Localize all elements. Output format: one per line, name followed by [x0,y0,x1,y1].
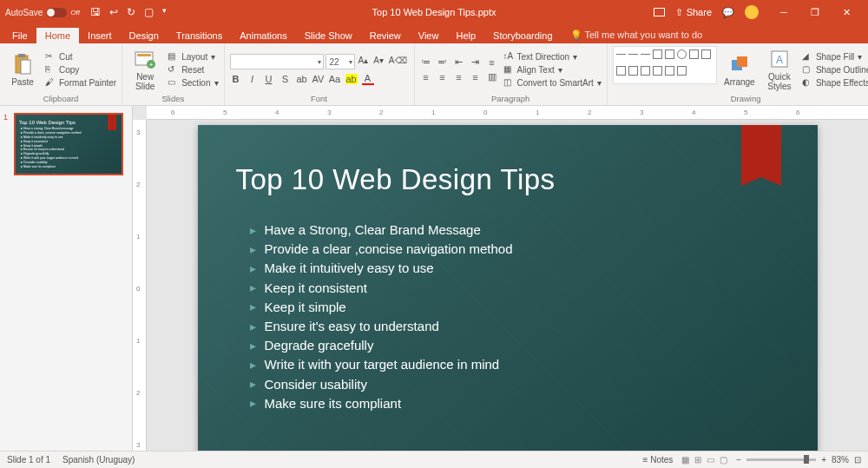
save-icon[interactable]: 🖫 [90,6,101,18]
slide-canvas[interactable]: Top 10 Web Design Tips Have a Strong, Cl… [147,120,868,451]
font-size-select[interactable]: 22 [326,54,355,69]
indent-right-icon[interactable]: ⇥ [470,56,482,68]
tab-insert[interactable]: Insert [79,28,121,43]
vertical-ruler[interactable]: 3 2 1 0 1 2 3 [133,120,147,451]
shape-fill-button[interactable]: ◢Shape Fill ▾ [802,51,868,62]
quick-styles-button[interactable]: A Quick Styles [762,46,797,93]
tab-view[interactable]: View [410,28,448,43]
tab-transitions[interactable]: Transitions [168,28,231,43]
language-indicator[interactable]: Spanish (Uruguay) [62,455,135,465]
undo-icon[interactable]: ↩ [109,6,118,18]
minimize-button[interactable]: ─ [769,0,799,24]
layout-button[interactable]: ▤Layout ▾ [168,51,218,62]
justify-icon[interactable]: ≡ [470,72,482,82]
svg-rect-8 [737,56,747,67]
slideshow-view-icon[interactable]: ▢ [720,455,727,465]
cut-button[interactable]: ✂Cut [45,51,116,62]
spacing-icon[interactable]: AV [312,74,325,84]
zoom-out-icon[interactable]: − [736,455,741,465]
horizontal-ruler[interactable]: 6 5 4 3 2 1 0 1 2 3 4 5 6 [147,106,868,120]
line-spacing-icon[interactable]: ≡ [486,57,498,68]
underline-icon[interactable]: U [263,74,275,84]
slide-title[interactable]: Top 10 Web Design Tips [198,125,818,196]
tab-home[interactable]: Home [36,28,79,43]
start-slideshow-icon[interactable]: ▢ [144,6,154,18]
redo-icon[interactable]: ↻ [127,6,135,18]
list-item[interactable]: Keep it simple [250,298,818,317]
reset-button[interactable]: ↺Reset [168,64,218,75]
clear-format-icon[interactable]: A⌫ [387,54,409,69]
account-icon[interactable] [745,5,759,19]
list-item[interactable]: Ensure it's easy to understand [250,317,818,336]
sorter-view-icon[interactable]: ⊞ [694,455,701,465]
paste-button[interactable]: Paste [5,46,40,93]
shadow-icon[interactable]: ab [296,74,308,84]
tab-review[interactable]: Review [361,28,410,43]
convert-smartart-button[interactable]: ◫Convert to SmartArt ▾ [503,77,602,88]
strikethrough-icon[interactable]: S [279,74,292,84]
bold-icon[interactable]: B [230,74,242,84]
indent-left-icon[interactable]: ⇤ [453,56,465,68]
text-direction-button[interactable]: ↕AText Direction ▾ [503,51,602,62]
slide[interactable]: Top 10 Web Design Tips Have a Strong, Cl… [198,125,818,451]
reading-view-icon[interactable]: ▭ [707,455,714,465]
numbering-icon[interactable]: ≕ [437,56,449,68]
close-button[interactable]: ✕ [832,0,861,24]
tab-slideshow[interactable]: Slide Show [296,28,361,43]
tab-design[interactable]: Design [121,28,168,43]
notes-button[interactable]: ≡ Notes [643,455,674,465]
bullets-icon[interactable]: ≔ [420,56,432,68]
fit-to-window-icon[interactable]: ⊡ [854,455,861,465]
list-item[interactable]: Provide a clear ,concise navigation meth… [250,240,818,259]
list-item[interactable]: Keep it consistent [250,279,818,298]
zoom-level[interactable]: 83% [832,455,849,465]
increase-font-icon[interactable]: A▴ [357,54,371,69]
cut-icon: ✂ [45,51,56,62]
list-item[interactable]: Degrade gracefully [250,336,818,355]
list-item[interactable]: Make it intuitively easy to use [250,259,818,278]
thumb-ribbon-deco [108,115,116,130]
shapes-gallery[interactable] [613,46,717,84]
align-right-icon[interactable]: ≡ [453,72,465,82]
normal-view-icon[interactable]: ▦ [681,455,689,465]
list-item[interactable]: Have a Strong, Clear Brand Message [250,221,818,240]
arrange-button[interactable]: Arrange [722,46,757,93]
thumbnail-number: 1 [3,113,8,122]
decrease-font-icon[interactable]: A▾ [372,54,385,69]
section-button[interactable]: ▭Section ▾ [168,77,218,88]
columns-icon[interactable]: ▥ [486,71,498,82]
zoom-slider[interactable] [746,458,816,461]
copy-button[interactable]: ⎘Copy [45,64,116,75]
zoom-in-icon[interactable]: + [821,455,826,465]
ribbon-display-icon[interactable] [654,8,665,16]
shape-outline-button[interactable]: ▢Shape Outline ▾ [802,64,868,75]
autosave-toggle[interactable]: AutoSave Off [5,8,80,17]
share-button[interactable]: ⇧ Share [675,7,712,18]
format-painter-button[interactable]: 🖌Format Painter [45,77,116,88]
align-left-icon[interactable]: ≡ [420,72,432,82]
tab-help[interactable]: Help [447,28,484,43]
shape-effects-button[interactable]: ◐Shape Effects ▾ [802,77,868,88]
new-slide-button[interactable]: + New Slide [128,46,162,93]
comments-icon[interactable]: 💬 [722,7,734,18]
maximize-button[interactable]: ❐ [800,0,830,24]
case-icon[interactable]: Aa [329,74,341,84]
italic-icon[interactable]: I [247,74,259,84]
slide-thumbnail-1[interactable]: 1 Top 10 Web Design Tips ▸ Have a strong… [5,113,127,175]
align-center-icon[interactable]: ≡ [437,72,449,82]
font-color-icon[interactable]: A [362,73,374,85]
slide-bullet-list[interactable]: Have a Strong, Clear Brand Message Provi… [198,196,818,413]
highlight-icon[interactable]: ab [345,74,358,84]
list-item[interactable]: Make sure its compliant [250,394,818,413]
slide-counter[interactable]: Slide 1 of 1 [7,455,50,465]
list-item[interactable]: Consider usability [250,375,818,394]
tell-me-search[interactable]: 💡 Tell me what you want to do [562,27,712,43]
tab-file[interactable]: File [3,28,36,43]
slide-thumbnails-panel[interactable]: 1 Top 10 Web Design Tips ▸ Have a strong… [0,106,133,451]
tab-storyboarding[interactable]: Storyboarding [484,28,562,43]
qat-dropdown-icon[interactable]: ▾ [162,6,167,18]
font-family-select[interactable] [230,54,324,69]
list-item[interactable]: Write it with your target audience in mi… [250,355,818,374]
tab-animations[interactable]: Animations [231,28,295,43]
align-text-button[interactable]: ▦Align Text ▾ [503,64,602,75]
